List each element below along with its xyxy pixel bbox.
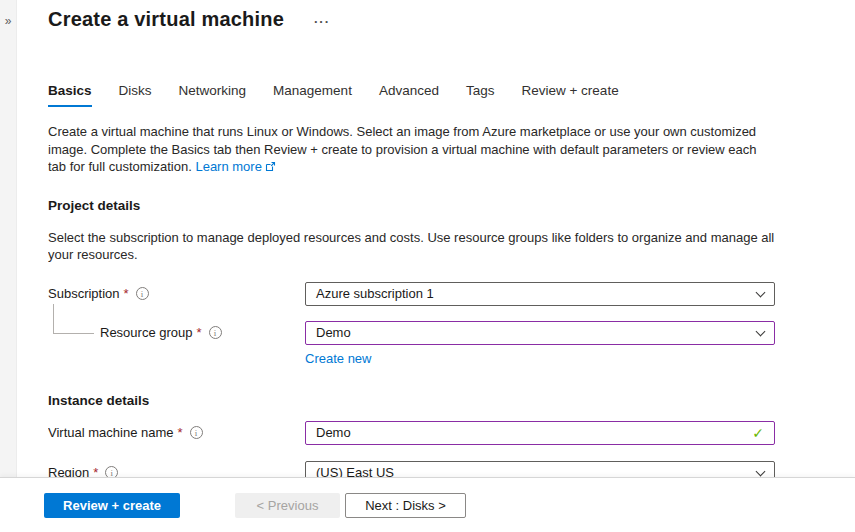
blade-header: Create a virtual machine ··· — [48, 5, 778, 33]
subscription-dropdown[interactable]: Azure subscription 1 — [305, 282, 775, 306]
collapsed-sidebar: » — [0, 0, 17, 477]
chevron-down-icon — [756, 287, 766, 297]
external-link-icon — [265, 159, 276, 177]
expand-panel-icon[interactable]: » — [0, 14, 16, 28]
subscription-value: Azure subscription 1 — [316, 286, 434, 301]
vm-name-input[interactable] — [316, 425, 752, 440]
tab-review-create[interactable]: Review + create — [521, 83, 618, 107]
tab-management[interactable]: Management — [273, 83, 352, 107]
subscription-label: Subscription* i — [48, 286, 305, 301]
region-dropdown[interactable]: (US) East US — [305, 461, 775, 478]
intro-text: Create a virtual machine that runs Linux… — [48, 123, 778, 177]
project-details-form: Subscription* i Azure subscription 1 Res… — [48, 282, 778, 367]
learn-more-link[interactable]: Learn more — [195, 159, 261, 174]
tab-basics[interactable]: Basics — [48, 83, 92, 107]
intro-paragraph: Create a virtual machine that runs Linux… — [48, 124, 757, 174]
required-asterisk: * — [93, 465, 98, 477]
project-details-description: Select the subscription to manage deploy… — [48, 229, 778, 264]
previous-button[interactable]: < Previous — [235, 493, 340, 518]
required-asterisk: * — [178, 425, 183, 440]
region-row: Region* i (US) East US — [48, 461, 778, 478]
subscription-row: Subscription* i Azure subscription 1 — [48, 282, 778, 306]
vm-name-label: Virtual machine name* i — [48, 425, 305, 440]
tab-networking[interactable]: Networking — [179, 83, 247, 107]
chevron-down-icon — [756, 466, 766, 476]
next-disks-button[interactable]: Next : Disks > — [345, 493, 466, 518]
tab-disks[interactable]: Disks — [119, 83, 152, 107]
region-label: Region* i — [48, 465, 305, 477]
wizard-footer: Review + create < Previous Next : Disks … — [0, 477, 855, 532]
create-vm-blade: Create a virtual machine ··· Basics Disk… — [48, 0, 778, 477]
validation-check-icon: ✓ — [752, 425, 764, 441]
resource-group-row: Resource group* i Demo — [48, 321, 778, 345]
info-icon[interactable]: i — [190, 426, 203, 439]
wizard-tabs: Basics Disks Networking Management Advan… — [48, 83, 778, 107]
tab-advanced[interactable]: Advanced — [379, 83, 439, 107]
parent-child-connector — [53, 304, 94, 334]
create-new-resource-group-link[interactable]: Create new — [305, 351, 371, 366]
info-icon[interactable]: i — [136, 287, 149, 300]
region-value: (US) East US — [316, 465, 394, 477]
instance-details-heading: Instance details — [48, 393, 778, 408]
project-details-heading: Project details — [48, 198, 778, 213]
info-icon[interactable]: i — [209, 326, 222, 339]
resource-group-dropdown[interactable]: Demo — [305, 321, 775, 345]
more-options-icon[interactable]: ··· — [314, 11, 330, 27]
review-create-button[interactable]: Review + create — [44, 493, 180, 518]
vm-name-row: Virtual machine name* i ✓ — [48, 421, 778, 445]
instance-details-form: Virtual machine name* i ✓ Region* i (US)… — [48, 421, 778, 478]
resource-group-value: Demo — [316, 325, 351, 340]
info-icon[interactable]: i — [105, 466, 118, 477]
required-asterisk: * — [124, 286, 129, 301]
vm-name-field-wrap: ✓ — [305, 421, 775, 445]
required-asterisk: * — [197, 325, 202, 340]
chevron-down-icon — [756, 326, 766, 336]
page-title: Create a virtual machine — [48, 5, 284, 33]
tab-tags[interactable]: Tags — [466, 83, 495, 107]
